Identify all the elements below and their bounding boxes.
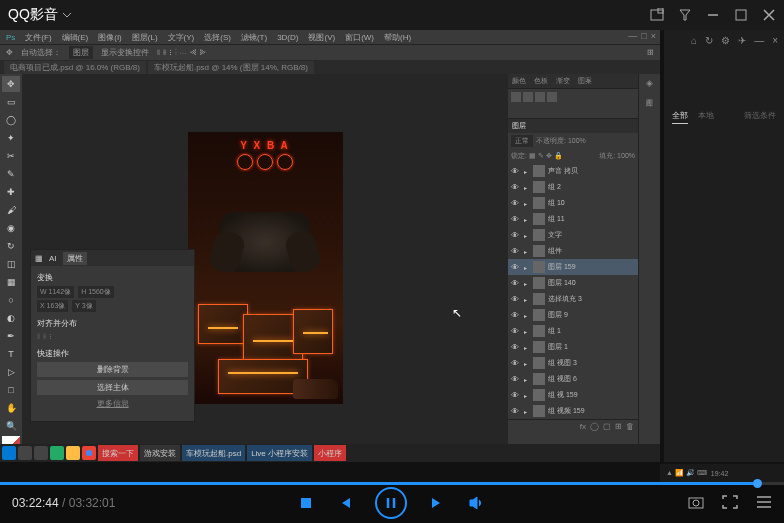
height-input[interactable]: H 1560像 <box>78 286 114 298</box>
type-tool[interactable]: T <box>2 346 20 362</box>
chrome-icon[interactable] <box>82 446 96 460</box>
properties-tab[interactable]: 属性 <box>63 252 87 265</box>
color-tab[interactable]: 颜色 <box>508 76 530 86</box>
visibility-icon[interactable]: 👁 <box>511 263 521 272</box>
minimize-panel-icon[interactable]: — <box>754 35 764 46</box>
next-button[interactable] <box>431 496 445 510</box>
align-icons[interactable]: ⫴ ⫵ ⫶ ⋮ ⋯ ⫷ ⫸ <box>157 48 207 58</box>
properties-panel[interactable]: ▦ AI 属性 变换 W 1142像 H 1560像 X 163像 <box>30 249 195 422</box>
x-input[interactable]: X 163像 <box>37 300 68 312</box>
menu-3d[interactable]: 3D(D) <box>277 33 298 42</box>
expand-icon[interactable]: ▸ <box>524 408 530 415</box>
remove-bg-button[interactable]: 删除背景 <box>37 362 188 377</box>
home-icon[interactable]: ⌂ <box>691 35 697 46</box>
stamp-tool[interactable]: ◉ <box>2 220 20 236</box>
y-input[interactable]: Y 3像 <box>72 300 95 312</box>
visibility-icon[interactable]: 👁 <box>511 231 521 240</box>
layer-row[interactable]: 👁▸图层 9 <box>508 307 638 323</box>
mask-icon[interactable]: ◯ <box>590 422 599 431</box>
menu-select[interactable]: 选择(S) <box>204 32 231 43</box>
expand-icon[interactable]: ▸ <box>524 280 530 287</box>
layer-row[interactable]: 👁▸选择填充 3 <box>508 291 638 307</box>
minimize-icon[interactable] <box>706 8 720 22</box>
layers-tab[interactable]: 图层 <box>508 121 530 131</box>
dodge-tool[interactable]: ◐ <box>2 310 20 326</box>
capture-icon[interactable] <box>650 8 664 22</box>
layer-row[interactable]: 👁▸声音 拷贝 <box>508 163 638 179</box>
layer-row[interactable]: 👁▸文字 <box>508 227 638 243</box>
path-tool[interactable]: ▷ <box>2 364 20 380</box>
expand-icon[interactable]: ▸ <box>524 216 530 223</box>
visibility-icon[interactable]: 👁 <box>511 167 521 176</box>
layer-row[interactable]: 👁▸组 视 159 <box>508 387 638 403</box>
opacity-label[interactable]: 不透明度: 100% <box>536 136 586 146</box>
expand-icon[interactable]: ▸ <box>524 264 530 271</box>
align-buttons[interactable]: ⫴ ⫵ ⫶ <box>37 332 188 342</box>
fx-icon[interactable]: fx <box>580 422 586 431</box>
prev-button[interactable] <box>337 496 351 510</box>
layer-row[interactable]: 👁▸组 10 <box>508 195 638 211</box>
menu-layer[interactable]: 图层(L) <box>132 32 158 43</box>
library-icon[interactable]: ◈ <box>646 78 653 88</box>
zoom-tool[interactable]: 🔍 <box>2 418 20 434</box>
search-button[interactable] <box>18 446 32 460</box>
expand-icon[interactable]: ▸ <box>524 296 530 303</box>
tray-time[interactable]: 19:42 <box>711 470 729 477</box>
lock-icons[interactable]: ▦ ✎ ✥ 🔒 <box>529 152 563 160</box>
select-subject-button[interactable]: 选择主体 <box>37 380 188 395</box>
tab-local[interactable]: 本地 <box>698 110 714 124</box>
menu-image[interactable]: 图像(I) <box>98 32 122 43</box>
expand-icon[interactable]: ▸ <box>524 248 530 255</box>
move-tool[interactable]: ✥ <box>2 76 20 92</box>
expand-icon[interactable]: ▸ <box>524 168 530 175</box>
layer-row[interactable]: 👁▸组 视图 6 <box>508 371 638 387</box>
taskbar-item-5[interactable]: 小程序 <box>314 445 346 461</box>
expand-icon[interactable]: ▸ <box>524 344 530 351</box>
ps-maximize-icon[interactable]: □ <box>641 31 646 41</box>
menu-filter[interactable]: 滤镜(T) <box>241 32 267 43</box>
send-icon[interactable]: ✈ <box>738 35 746 46</box>
visibility-icon[interactable]: 👁 <box>511 407 521 416</box>
new-folder-icon[interactable]: ▢ <box>603 422 611 431</box>
swatches-tab[interactable]: 色板 <box>530 76 552 86</box>
ps-canvas-area[interactable]: Y X B A <box>22 74 508 462</box>
visibility-icon[interactable]: 👁 <box>511 327 521 336</box>
tray-icons[interactable]: ▲ 📶 🔊 ⌨ <box>666 469 707 477</box>
layer-row[interactable]: 👁▸组 11 <box>508 211 638 227</box>
menu-help[interactable]: 帮助(H) <box>384 32 411 43</box>
visibility-icon[interactable]: 👁 <box>511 359 521 368</box>
visibility-icon[interactable]: 👁 <box>511 199 521 208</box>
pin-icon[interactable] <box>678 8 692 22</box>
taskbar-item-4[interactable]: Live 小程序安装 <box>247 445 312 461</box>
maximize-icon[interactable] <box>734 8 748 22</box>
new-layer-icon[interactable]: ⊞ <box>615 422 622 431</box>
explorer-icon[interactable] <box>66 446 80 460</box>
show-transform-check[interactable]: 显示变换控件 <box>101 47 149 58</box>
eyedropper-tool[interactable]: ✎ <box>2 166 20 182</box>
hand-tool[interactable]: ✋ <box>2 400 20 416</box>
tab-all[interactable]: 全部 <box>672 110 688 124</box>
taskbar-item-1[interactable]: 搜索一下 <box>98 445 138 461</box>
task-view-icon[interactable] <box>34 446 48 460</box>
menu-view[interactable]: 视图(V) <box>308 32 335 43</box>
layer-row[interactable]: 👁▸图层 140 <box>508 275 638 291</box>
menu-window[interactable]: 窗口(W) <box>345 32 374 43</box>
screenshot-button[interactable] <box>688 495 704 511</box>
lasso-tool[interactable]: ◯ <box>2 112 20 128</box>
volume-button[interactable] <box>469 496 485 510</box>
layer-list[interactable]: 👁▸声音 拷贝👁▸组 2👁▸组 10👁▸组 11👁▸文字👁▸组件👁▸图层 159… <box>508 163 638 419</box>
playlist-button[interactable] <box>756 495 772 511</box>
layer-row[interactable]: 👁▸图层 1 <box>508 339 638 355</box>
visibility-icon[interactable]: 👁 <box>511 215 521 224</box>
ai-tab[interactable]: AI <box>49 254 57 263</box>
delete-layer-icon[interactable]: 🗑 <box>626 422 634 431</box>
close-panel-icon[interactable]: × <box>772 35 778 46</box>
expand-icon[interactable]: ▸ <box>524 312 530 319</box>
expand-icon[interactable]: ▸ <box>524 232 530 239</box>
system-tray[interactable]: ▲ 📶 🔊 ⌨ 19:42 <box>660 464 784 482</box>
layer-row[interactable]: 👁▸组 视频 159 <box>508 403 638 419</box>
visibility-icon[interactable]: 👁 <box>511 391 521 400</box>
menu-edit[interactable]: 编辑(E) <box>62 32 89 43</box>
chevron-down-icon[interactable] <box>62 10 72 20</box>
heal-tool[interactable]: ✚ <box>2 184 20 200</box>
